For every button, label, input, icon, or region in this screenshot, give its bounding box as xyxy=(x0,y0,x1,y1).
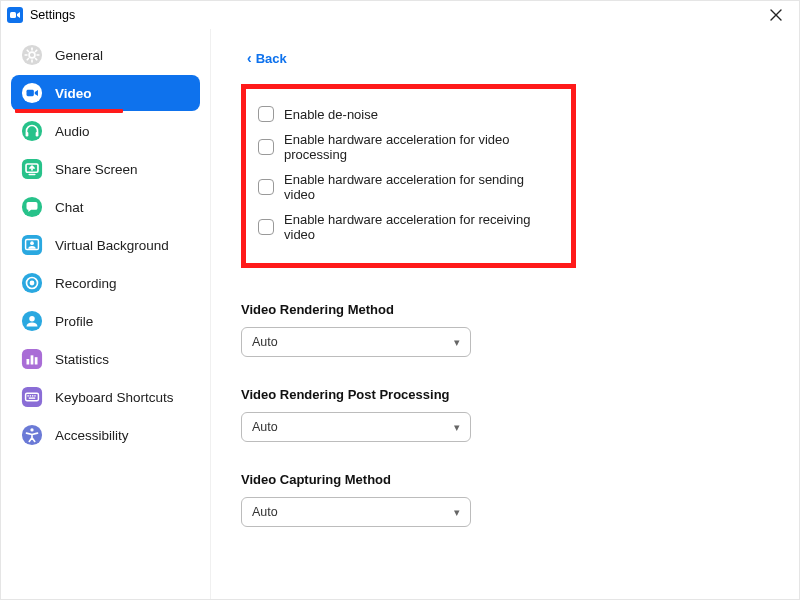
select-value: Auto xyxy=(252,420,278,434)
select-video-rendering-method[interactable]: Auto ▾ xyxy=(241,327,471,357)
checkbox-hw-accel-receiving[interactable]: Enable hardware acceleration for receivi… xyxy=(258,207,547,247)
sidebar-item-label: Virtual Background xyxy=(55,238,169,253)
svg-line-8 xyxy=(27,50,28,51)
svg-rect-32 xyxy=(35,357,38,364)
back-link[interactable]: ‹ Back xyxy=(247,50,287,66)
chevron-left-icon: ‹ xyxy=(247,50,252,66)
svg-point-28 xyxy=(29,316,35,322)
sidebar-item-accessibility[interactable]: Accessibility xyxy=(11,417,200,453)
sidebar-item-chat[interactable]: Chat xyxy=(11,189,200,225)
svg-point-23 xyxy=(30,241,34,245)
checkbox-icon xyxy=(258,219,274,235)
svg-rect-38 xyxy=(34,395,35,396)
svg-rect-36 xyxy=(30,395,31,396)
share-screen-icon xyxy=(21,158,43,180)
checkbox-enable-de-noise[interactable]: Enable de-noise xyxy=(258,101,547,127)
sidebar-item-keyboard-shortcuts[interactable]: Keyboard Shortcuts xyxy=(11,379,200,415)
svg-rect-30 xyxy=(27,359,30,365)
section-title: Video Capturing Method xyxy=(241,472,769,487)
chevron-down-icon: ▾ xyxy=(454,421,460,434)
sidebar-item-label: Share Screen xyxy=(55,162,138,177)
sidebar-item-label: Statistics xyxy=(55,352,109,367)
section-title: Video Rendering Method xyxy=(241,302,769,317)
svg-rect-31 xyxy=(31,355,34,364)
recording-icon xyxy=(21,272,43,294)
settings-content: ‹ Back Enable de-noise Enable hardware a… xyxy=(211,29,799,599)
chevron-down-icon: ▾ xyxy=(454,506,460,519)
sidebar-item-statistics[interactable]: Statistics xyxy=(11,341,200,377)
svg-rect-1 xyxy=(10,12,16,18)
checkbox-hw-accel-sending[interactable]: Enable hardware acceleration for sending… xyxy=(258,167,547,207)
checkbox-hw-accel-processing[interactable]: Enable hardware acceleration for video p… xyxy=(258,127,547,167)
sidebar-item-recording[interactable]: Recording xyxy=(11,265,200,301)
sidebar-item-share-screen[interactable]: Share Screen xyxy=(11,151,200,187)
accessibility-icon xyxy=(21,424,43,446)
sidebar-item-label: Accessibility xyxy=(55,428,129,443)
svg-rect-15 xyxy=(26,132,29,137)
section-title: Video Rendering Post Processing xyxy=(241,387,769,402)
checkbox-label: Enable de-noise xyxy=(284,107,378,122)
section-video-rendering-method: Video Rendering Method Auto ▾ xyxy=(241,302,769,357)
sidebar-item-general[interactable]: General xyxy=(11,37,200,73)
checkbox-label: Enable hardware acceleration for sending… xyxy=(284,172,547,202)
svg-rect-13 xyxy=(27,90,34,96)
chat-bubble-icon xyxy=(21,196,43,218)
checkbox-icon xyxy=(258,139,274,155)
annotation-highlight-box: Enable de-noise Enable hardware accelera… xyxy=(241,84,576,268)
svg-point-41 xyxy=(30,428,33,431)
svg-rect-16 xyxy=(36,132,39,137)
sidebar-item-virtual-background[interactable]: Virtual Background xyxy=(11,227,200,263)
back-label: Back xyxy=(256,51,287,66)
svg-rect-39 xyxy=(29,397,35,398)
sidebar-item-label: General xyxy=(55,48,103,63)
gear-icon xyxy=(21,44,43,66)
sidebar-item-label: Video xyxy=(55,86,92,101)
sidebar-item-audio[interactable]: Audio xyxy=(11,113,200,149)
svg-rect-35 xyxy=(27,395,28,396)
svg-line-10 xyxy=(27,58,28,59)
checkbox-label: Enable hardware acceleration for receivi… xyxy=(284,212,547,242)
close-button[interactable] xyxy=(761,3,791,27)
profile-icon xyxy=(21,310,43,332)
select-video-rendering-post-processing[interactable]: Auto ▾ xyxy=(241,412,471,442)
chevron-down-icon: ▾ xyxy=(454,336,460,349)
section-video-capturing-method: Video Capturing Method Auto ▾ xyxy=(241,472,769,527)
svg-point-14 xyxy=(22,121,42,141)
svg-point-26 xyxy=(30,281,35,286)
window-title: Settings xyxy=(30,8,75,22)
sidebar-item-video[interactable]: Video xyxy=(11,75,200,111)
select-value: Auto xyxy=(252,505,278,519)
svg-line-9 xyxy=(35,58,36,59)
keyboard-icon xyxy=(21,386,43,408)
svg-rect-37 xyxy=(32,395,33,396)
select-video-capturing-method[interactable]: Auto ▾ xyxy=(241,497,471,527)
zoom-app-icon xyxy=(7,7,23,23)
checkbox-icon xyxy=(258,106,274,122)
headphones-icon xyxy=(21,120,43,142)
statistics-icon xyxy=(21,348,43,370)
section-video-rendering-post-processing: Video Rendering Post Processing Auto ▾ xyxy=(241,387,769,442)
sidebar-item-label: Profile xyxy=(55,314,93,329)
video-camera-icon xyxy=(21,82,43,104)
checkbox-label: Enable hardware acceleration for video p… xyxy=(284,132,547,162)
sidebar-item-profile[interactable]: Profile xyxy=(11,303,200,339)
sidebar-item-label: Chat xyxy=(55,200,84,215)
svg-line-11 xyxy=(35,50,36,51)
titlebar: Settings xyxy=(1,1,799,29)
select-value: Auto xyxy=(252,335,278,349)
sidebar-item-label: Audio xyxy=(55,124,90,139)
sidebar-item-label: Keyboard Shortcuts xyxy=(55,390,174,405)
checkbox-icon xyxy=(258,179,274,195)
settings-sidebar: General Video Audio Share Screen xyxy=(1,29,211,599)
sidebar-item-label: Recording xyxy=(55,276,117,291)
virtual-background-icon xyxy=(21,234,43,256)
